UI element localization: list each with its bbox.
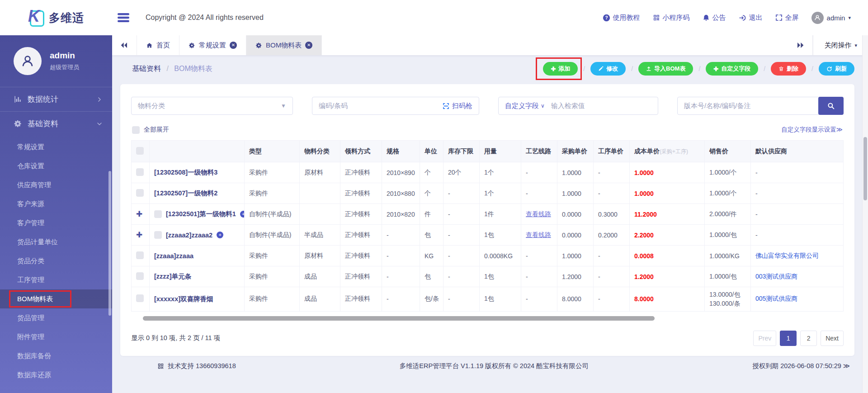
sidebar-item-fujianguanli[interactable]: 附件管理 xyxy=(0,327,112,346)
miniprogram-link[interactable]: 小程序码 xyxy=(653,14,690,22)
plus-circle-icon[interactable]: + xyxy=(240,211,245,218)
sidebar-item-huopinfenlei[interactable]: 货品分类 xyxy=(0,251,112,270)
chevron-down-icon xyxy=(97,121,102,127)
row-checkbox[interactable] xyxy=(154,210,162,218)
expand-all-checkbox[interactable] xyxy=(132,126,140,134)
table-row: [xxxxxx]双喜牌香烟 采购件 成品 正冲领料 - 包/条 - 1包 - 8… xyxy=(132,287,844,312)
plus-icon: ✚ xyxy=(713,66,718,72)
material-category-select[interactable]: 物料分类 ▼ xyxy=(131,97,293,115)
horizontal-scrollbar-thumb[interactable] xyxy=(143,316,655,321)
supplier-link[interactable]: 005测试供应商 xyxy=(751,287,844,312)
page-2-button[interactable]: 2 xyxy=(800,331,817,346)
sidebar-item-kehulaiyuan[interactable]: 客户来源 xyxy=(0,194,112,213)
sidebar-item-huanyuan[interactable]: 数据库还原 xyxy=(0,365,112,384)
svg-text:?: ? xyxy=(605,15,608,20)
refresh-button[interactable]: 刷新 xyxy=(819,62,854,76)
row-checkbox[interactable] xyxy=(136,272,144,280)
col-name xyxy=(150,141,245,162)
row-checkbox[interactable] xyxy=(136,168,144,176)
col-type: 类型 xyxy=(245,141,300,162)
row-checkbox[interactable] xyxy=(154,231,162,239)
tab-bom-active[interactable]: BOM物料表 ✕ xyxy=(246,35,322,55)
tab-bar: 首页 常规设置 ✕ BOM物料表 ✕ 关闭操作 ▾ xyxy=(112,35,868,55)
sidebar-item-jiliangdanwei[interactable]: 货品计量单位 xyxy=(0,232,112,251)
prev-page-button[interactable]: Prev xyxy=(753,331,776,346)
hamburger-menu-icon[interactable] xyxy=(118,13,129,23)
plus-circle-icon[interactable]: + xyxy=(217,232,223,238)
custom-field-selector[interactable]: 自定义字段 ∨ xyxy=(505,102,545,110)
fullscreen-link[interactable]: 全屏 xyxy=(775,14,799,22)
sidebar-item-bom-active[interactable]: BOM物料表 xyxy=(0,289,112,308)
add-button[interactable]: ✚ 添加 xyxy=(543,62,578,76)
footer-copyright: 多维适ERP管理平台 V1.1.19 版权所有 © 2024 酷宝科技有限公司 xyxy=(236,362,752,370)
user-avatar-icon xyxy=(811,12,824,24)
custom-field-search-input[interactable]: 自定义字段 ∨ 输入检索值 xyxy=(498,97,658,115)
app-window: K 多维适 Copyright @ 2024 All rights reserv… xyxy=(0,0,868,393)
sidebar-item-gongxuguanli[interactable]: 工序管理 xyxy=(0,270,112,289)
sidebar-item-gongyingshang[interactable]: 供应商管理 xyxy=(0,175,112,194)
col-purchase-price: 采购单价 xyxy=(557,141,594,162)
keyword-search-input[interactable]: 版本号/名称/编码/备注 xyxy=(677,97,819,115)
tabs-scroll-right-button[interactable] xyxy=(788,35,813,55)
breadcrumb-parent[interactable]: 基础资料 xyxy=(132,65,161,72)
profile-avatar-icon xyxy=(14,47,42,75)
copyright-text: Copyright @ 2024 All rights reserved xyxy=(146,14,264,22)
notice-link[interactable]: 公告 xyxy=(703,14,726,22)
tutorial-link[interactable]: ? 使用教程 xyxy=(603,14,640,22)
edit-button[interactable]: 修改 xyxy=(590,62,626,76)
tab-changguisheshi[interactable]: 常规设置 ✕ xyxy=(179,35,246,55)
user-menu[interactable]: admin ▾ xyxy=(811,12,851,24)
row-checkbox[interactable] xyxy=(136,189,144,197)
sidebar-group-basedata[interactable]: 基础资料 xyxy=(0,111,112,136)
chevron-down-icon: ∨ xyxy=(541,103,545,109)
code-barcode-input[interactable]: 编码/条码 扫码枪 xyxy=(312,97,479,115)
page-1-button[interactable]: 1 xyxy=(780,331,797,346)
col-category: 物料分类 xyxy=(300,141,340,162)
sidebar-submenu: 常规设置 仓库设置 供应商管理 客户来源 客户管理 货品计量单位 货品分类 工序… xyxy=(0,136,112,384)
logout-icon xyxy=(739,14,746,22)
custom-field-button[interactable]: ✚ 自定义字段 xyxy=(706,62,758,76)
expand-row-icon[interactable]: ✚ xyxy=(136,231,142,239)
supplier-link[interactable]: 佛山富华实业有限公司 xyxy=(751,246,844,266)
sidebar-item-kehuguanli[interactable]: 客户管理 xyxy=(0,213,112,232)
logo-text: 多维适 xyxy=(49,10,84,25)
qr-code-icon xyxy=(157,363,164,369)
delete-button[interactable]: 删除 xyxy=(771,62,806,76)
scan-icon xyxy=(442,102,450,110)
supplier-link[interactable]: 003测试供应商 xyxy=(751,266,844,287)
close-operations-dropdown[interactable]: 关闭操作 ▾ xyxy=(813,35,868,55)
tabs-scroll-left-button[interactable] xyxy=(112,35,137,55)
select-all-checkbox[interactable] xyxy=(136,147,144,155)
sidebar-group-statistics[interactable]: 数据统计 xyxy=(0,87,112,111)
row-checkbox[interactable] xyxy=(136,251,144,259)
expand-row-icon[interactable]: ✚ xyxy=(136,210,142,218)
vertical-scrollbar-thumb[interactable] xyxy=(863,137,867,200)
view-route-link[interactable]: 查看线路 xyxy=(521,225,557,246)
close-tab-icon[interactable]: ✕ xyxy=(230,42,237,49)
scan-gun-button[interactable]: 扫码枪 xyxy=(442,102,472,110)
vertical-scrollbar[interactable] xyxy=(862,35,868,393)
tab-home[interactable]: 首页 xyxy=(137,35,179,55)
sidebar-scrollbar-thumb[interactable] xyxy=(108,171,111,316)
import-bom-button[interactable]: 导入BOM表 xyxy=(638,62,693,76)
sidebar-item-huopinguanli[interactable]: 货品管理 xyxy=(0,308,112,327)
refresh-icon xyxy=(826,66,832,72)
chevron-down-icon: ▾ xyxy=(848,15,851,21)
view-route-link[interactable]: 查看线路 xyxy=(521,204,557,225)
col-picking: 领料方式 xyxy=(340,141,382,162)
row-checkbox[interactable] xyxy=(136,294,144,302)
table-summary: 显示 0 到 10 项, 共 2 页 / 11 项 xyxy=(131,334,220,342)
next-page-button[interactable]: Next xyxy=(821,331,844,346)
display-settings-link[interactable]: 自定义字段显示设置≫ xyxy=(781,126,843,134)
close-tab-icon[interactable]: ✕ xyxy=(305,42,312,49)
footer: 技术支持 13660939618 多维适ERP管理平台 V1.1.19 版权所有… xyxy=(112,356,868,377)
sidebar-item-cangkusheshi[interactable]: 仓库设置 xyxy=(0,156,112,175)
chevron-down-icon: ▾ xyxy=(854,43,857,48)
table-header-row: 类型 物料分类 领料方式 规格 单位 库存下限 用量 工艺线路 采购单价 工序单… xyxy=(132,141,844,162)
logout-link[interactable]: 退出 xyxy=(739,14,763,22)
gear-icon xyxy=(189,42,195,49)
sidebar-item-changguisheshi[interactable]: 常规设置 xyxy=(0,137,112,156)
search-button[interactable] xyxy=(818,97,844,115)
logo[interactable]: K 多维适 xyxy=(0,9,112,27)
sidebar-item-beifen[interactable]: 数据库备份 xyxy=(0,346,112,365)
